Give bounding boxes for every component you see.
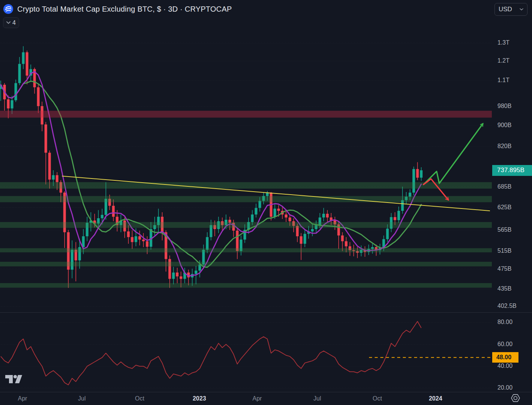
supply-zone[interactable] xyxy=(0,111,492,117)
rsi-tick-label: 80.00 xyxy=(497,319,512,325)
price-tick-label: 1.3T xyxy=(497,39,509,46)
indicators-count: 4 xyxy=(12,20,16,26)
rsi-tick-label: 60.00 xyxy=(497,341,512,347)
price-tick-label: 565B xyxy=(497,226,511,233)
price-tick-label: 820B xyxy=(497,143,511,149)
tradingview-logo-icon xyxy=(5,371,23,384)
time-tick-label[interactable]: Jul xyxy=(313,395,321,402)
price-tick-label: 402.5B xyxy=(497,303,517,309)
chevron-down-icon xyxy=(6,21,11,24)
demand-zone[interactable] xyxy=(0,283,492,288)
price-tick-label: 980B xyxy=(497,103,511,109)
time-tick-label[interactable]: Apr xyxy=(18,395,28,402)
tradingview-chart-window: 1.3T1.2T1.1T980B900B820B685B625B565B515B… xyxy=(0,0,532,405)
rsi-tick-label: 40.00 xyxy=(497,363,512,369)
time-tick-label[interactable]: Oct xyxy=(373,395,382,402)
price-tick-label: 685B xyxy=(497,183,511,190)
demand-zone[interactable] xyxy=(0,222,492,228)
price-tick-label: 1.2T xyxy=(497,57,509,64)
rsi-level-label: 48.00 xyxy=(492,352,518,363)
price-tick-label: 435B xyxy=(497,285,511,292)
demand-zone[interactable] xyxy=(0,196,492,202)
rsi-tick-label: 20.00 xyxy=(497,384,512,391)
demand-zone[interactable] xyxy=(0,182,492,189)
price-tick-label: 625B xyxy=(497,204,511,210)
last-price-label: 737.895B xyxy=(492,165,532,176)
symbol-logo-icon xyxy=(3,4,14,14)
rsi-line xyxy=(1,321,421,385)
price-tick-label: 475B xyxy=(497,266,511,272)
pane-settings-icon[interactable] xyxy=(510,393,521,404)
price-tick-label: 515B xyxy=(497,248,511,254)
currency-value: USD xyxy=(499,6,512,13)
currency-selector[interactable]: USD xyxy=(494,3,527,16)
chevron-down-icon xyxy=(520,8,523,10)
demand-zone[interactable] xyxy=(0,262,492,266)
price-tick-label: 900B xyxy=(497,122,511,128)
price-tick-label: 1.1T xyxy=(497,77,509,83)
time-tick-label[interactable]: 2024 xyxy=(429,395,442,402)
grid-lines xyxy=(0,43,492,388)
time-tick-label[interactable]: Jul xyxy=(78,395,86,402)
chart-canvas[interactable]: 1.3T1.2T1.1T980B900B820B685B625B565B515B… xyxy=(0,0,532,405)
ma-fast-line xyxy=(1,72,421,276)
demand-zone[interactable] xyxy=(0,248,492,252)
time-tick-label[interactable]: 2023 xyxy=(193,395,206,402)
time-tick-label[interactable]: Apr xyxy=(253,395,262,402)
bullish-projection-arrow[interactable] xyxy=(423,124,483,184)
descending-trendline[interactable] xyxy=(62,176,490,211)
indicators-collapse-button[interactable]: 4 xyxy=(3,17,19,28)
time-tick-label[interactable]: Oct xyxy=(135,395,145,402)
symbol-title[interactable]: Crypto Total Market Cap Excluding BTC, $… xyxy=(17,5,232,14)
time-axis-labels: AprJulOct2023AprJulOct2024 xyxy=(18,395,442,402)
